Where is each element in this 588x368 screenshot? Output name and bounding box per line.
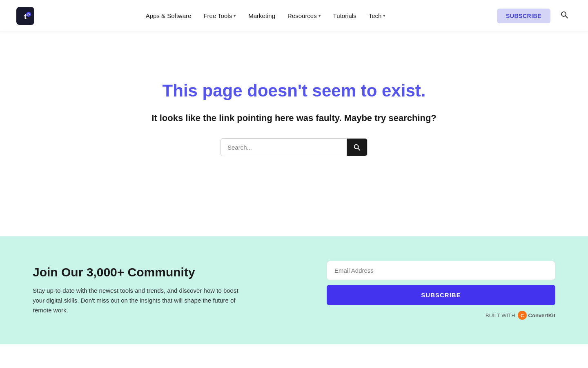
main-nav: Apps & Software Free Tools ▾ Marketing R… xyxy=(34,9,497,22)
nav-item-resources[interactable]: Resources ▾ xyxy=(283,9,326,22)
footer-cta-title: Join Our 3,000+ Community xyxy=(33,265,245,279)
search-submit-button[interactable] xyxy=(347,139,367,156)
logo-icon: t P xyxy=(16,7,34,25)
logo[interactable]: t P xyxy=(16,7,34,25)
main-content: This page doesn't seem to exist. It look… xyxy=(0,32,588,236)
svg-text:P: P xyxy=(27,13,30,17)
footer-right: SUBSCRIBE BUILT WITH C ConvertKit xyxy=(327,261,555,320)
search-input[interactable] xyxy=(221,139,347,156)
convertkit-logo: C ConvertKit xyxy=(518,311,555,320)
search-icon xyxy=(560,11,568,19)
footer-left: Join Our 3,000+ Community Stay up-to-dat… xyxy=(33,265,245,315)
footer-cta: Join Our 3,000+ Community Stay up-to-dat… xyxy=(0,236,588,344)
search-form xyxy=(220,138,368,156)
svg-line-7 xyxy=(358,148,360,150)
error-title: This page doesn't seem to exist. xyxy=(163,81,426,101)
footer-cta-description: Stay up-to-date with the newest tools an… xyxy=(33,286,245,315)
nav-item-marketing[interactable]: Marketing xyxy=(243,9,280,22)
search-submit-icon xyxy=(353,144,361,151)
footer-subscribe-button[interactable]: SUBSCRIBE xyxy=(327,285,555,305)
nav-item-tutorials[interactable]: Tutorials xyxy=(328,9,361,22)
chevron-down-icon: ▾ xyxy=(318,13,321,18)
error-subtitle: It looks like the link pointing here was… xyxy=(151,113,437,123)
chevron-down-icon: ▾ xyxy=(234,13,236,18)
header-actions: SUBSCRIBE xyxy=(497,9,572,23)
nav-item-apps-software[interactable]: Apps & Software xyxy=(141,9,196,22)
email-input[interactable] xyxy=(327,261,555,280)
nav-item-free-tools[interactable]: Free Tools ▾ xyxy=(198,9,241,22)
header-subscribe-button[interactable]: SUBSCRIBE xyxy=(497,9,550,23)
built-with-label: BUILT WITH xyxy=(486,312,515,319)
header: t P Apps & Software Free Tools ▾ Marketi… xyxy=(0,0,588,32)
chevron-down-icon: ▾ xyxy=(383,13,385,18)
svg-line-5 xyxy=(566,16,568,18)
nav-item-tech[interactable]: Tech ▾ xyxy=(364,9,391,22)
convertkit-label: ConvertKit xyxy=(528,312,555,319)
header-search-button[interactable] xyxy=(557,9,572,22)
convertkit-icon: C xyxy=(518,311,527,320)
svg-text:C: C xyxy=(521,313,524,318)
built-with: BUILT WITH C ConvertKit xyxy=(327,311,555,320)
